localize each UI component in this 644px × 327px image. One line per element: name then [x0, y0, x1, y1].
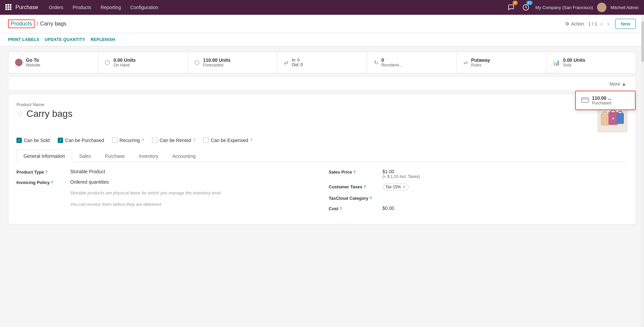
- invoicing-policy-value[interactable]: Ordered quantities: [70, 179, 315, 185]
- activity-button[interactable]: 41: [521, 2, 531, 13]
- svg-rect-7: [8, 8, 9, 10]
- cost-row: Cost ? $0.00: [329, 205, 628, 211]
- tab-inventory[interactable]: Inventory: [132, 150, 165, 162]
- stat-putaway-rules[interactable]: ⇌ Putaway Rules: [457, 52, 546, 73]
- replenish-button[interactable]: REPLENISH: [91, 36, 115, 43]
- svg-point-10: [600, 4, 604, 8]
- globe-icon: 🌐: [15, 59, 22, 66]
- stat-reordering[interactable]: ↻ 0 Reorderin...: [367, 52, 457, 73]
- update-quantity-button[interactable]: UPDATE QUANTITY: [45, 36, 85, 43]
- breadcrumb-separator: /: [37, 21, 38, 27]
- form-left-column: Product Type ? Storable Product Invoicin…: [16, 169, 315, 216]
- invoicing-policy-help-icon[interactable]: ?: [51, 180, 53, 185]
- tax-remove-button[interactable]: ✕: [402, 185, 406, 189]
- svg-rect-14: [601, 114, 609, 126]
- nav-configuration[interactable]: Configuration: [126, 2, 162, 13]
- purchased-dropdown[interactable]: 110.00 ... Purchased: [575, 91, 636, 110]
- nav-products[interactable]: Products: [68, 2, 95, 13]
- breadcrumb-parent[interactable]: Products: [8, 19, 35, 28]
- product-type-row: Product Type ? Storable Product: [16, 169, 315, 175]
- action-button[interactable]: ⚙ Action: [565, 21, 584, 27]
- app-name[interactable]: Purchase: [15, 4, 38, 10]
- sales-price-value[interactable]: $1.00: [383, 169, 628, 174]
- can-be-expensed-checkbox[interactable]: [203, 138, 209, 143]
- customer-taxes-help-icon[interactable]: ?: [363, 185, 366, 189]
- hint-text-2: You can invoice them before they are del…: [70, 201, 162, 208]
- svg-rect-0: [5, 4, 7, 6]
- stat-units-on-hand[interactable]: ⬡ 0.00 Units On Hand: [98, 52, 188, 73]
- tab-purchase[interactable]: Purchase: [98, 150, 132, 162]
- hint-row-2: You can invoice them before they are del…: [16, 201, 315, 208]
- refresh-icon: ↻: [374, 59, 378, 66]
- svg-rect-12: [582, 98, 588, 102]
- sales-price-help-icon[interactable]: ?: [353, 170, 356, 175]
- scrollbar-track[interactable]: [641, 15, 644, 230]
- cost-help-icon[interactable]: ?: [340, 206, 342, 211]
- prev-page-button[interactable]: ‹: [599, 20, 604, 27]
- stat-units-forecasted[interactable]: ⬡ 110.00 Units Forecasted: [188, 52, 277, 73]
- can-be-rented-checkbox[interactable]: [152, 138, 157, 143]
- breadcrumb-current: Carry bags: [40, 21, 66, 27]
- arrows-icon: ⇄: [284, 59, 288, 66]
- svg-rect-16: [616, 113, 624, 124]
- hint-text-1: Storable products are physical items for…: [70, 190, 222, 196]
- top-navigation: Purchase Orders Products Reporting Confi…: [0, 0, 644, 15]
- checkbox-can-be-expensed[interactable]: Can be Expensed ?: [203, 138, 252, 143]
- card-icon: [581, 97, 589, 104]
- nav-reporting[interactable]: Reporting: [97, 2, 125, 13]
- tab-accounting[interactable]: Accounting: [165, 150, 203, 162]
- chat-button[interactable]: 6: [506, 2, 516, 13]
- product-name[interactable]: Carry bags: [27, 108, 72, 119]
- product-name-label: Product Name: [16, 102, 592, 107]
- shuffle-icon: ⇌: [463, 59, 468, 66]
- svg-rect-2: [10, 4, 11, 6]
- sales-price-row: Sales Price ? $1.00 (= $ 1.15 Incl. Taxe…: [329, 169, 628, 179]
- product-type-value[interactable]: Storable Product: [70, 169, 315, 174]
- tax-badge[interactable]: Tax 15% ✕: [383, 184, 409, 190]
- customer-taxes-row: Customer Taxes ? Tax 15% ✕: [329, 184, 628, 190]
- next-page-button[interactable]: ›: [605, 20, 611, 27]
- svg-point-11: [598, 9, 605, 12]
- cost-value[interactable]: $0.00: [383, 205, 628, 211]
- hint-row-1: Storable products are physical items for…: [16, 190, 315, 196]
- purchased-value: 110.00 ...: [592, 95, 611, 101]
- print-labels-button[interactable]: PRINT LABELS: [8, 36, 39, 43]
- product-form: Product Name ☆ Carry bags: [8, 94, 636, 224]
- expensed-help-icon[interactable]: ?: [250, 138, 253, 143]
- taxcloud-help-icon[interactable]: ?: [369, 196, 372, 201]
- breadcrumb-bar: Products / Carry bags ⚙ Action 1 / 1 ‹ ›…: [0, 15, 644, 33]
- svg-rect-8: [10, 8, 11, 10]
- rented-help-icon[interactable]: ?: [193, 138, 196, 143]
- favorite-star[interactable]: ☆: [16, 109, 24, 119]
- activity-badge: 41: [526, 1, 533, 5]
- recurring-checkbox[interactable]: [112, 138, 117, 143]
- svg-rect-3: [5, 6, 7, 8]
- invoicing-policy-row: Invoicing Policy ? Ordered quantities: [16, 179, 315, 185]
- stat-go-to-website[interactable]: 🌐 Go To Website: [8, 52, 98, 73]
- stats-row: 🌐 Go To Website ⬡ 0.00 Units On Hand ⬡ 1…: [8, 52, 636, 73]
- more-button[interactable]: More ▲: [605, 79, 630, 89]
- new-button[interactable]: New: [615, 19, 636, 29]
- form-header: Product Name ☆ Carry bags: [16, 102, 628, 132]
- avatar[interactable]: [597, 3, 606, 12]
- grid-icon[interactable]: [5, 4, 11, 11]
- checkboxes-row: Can be Sold Can be Purchased Recurring ?…: [16, 138, 628, 143]
- tab-sales[interactable]: Sales: [72, 150, 98, 162]
- stat-units-sold[interactable]: 📊 0.00 Units Sold: [546, 52, 636, 73]
- nav-orders[interactable]: Orders: [45, 2, 67, 13]
- product-type-help-icon[interactable]: ?: [45, 170, 48, 175]
- stat-in-out[interactable]: ⇄ In: 0 Out: 0: [277, 52, 367, 73]
- tab-general-information[interactable]: General Information: [16, 150, 72, 162]
- checkbox-can-be-rented[interactable]: Can be Rented ?: [152, 138, 195, 143]
- main-content: 🌐 Go To Website ⬡ 0.00 Units On Hand ⬡ 1…: [0, 46, 644, 230]
- svg-rect-6: [5, 8, 7, 10]
- checkbox-recurring[interactable]: Recurring ?: [112, 138, 144, 143]
- scrollbar-thumb[interactable]: [641, 21, 644, 62]
- can-be-sold-checkbox[interactable]: [16, 138, 22, 143]
- can-be-purchased-checkbox[interactable]: [58, 138, 63, 143]
- product-tabs: General Information Sales Purchase Inven…: [16, 150, 628, 162]
- svg-point-17: [612, 118, 614, 120]
- checkbox-can-be-sold[interactable]: Can be Sold: [16, 138, 50, 143]
- recurring-help-icon[interactable]: ?: [142, 138, 144, 143]
- checkbox-can-be-purchased[interactable]: Can be Purchased: [58, 138, 104, 143]
